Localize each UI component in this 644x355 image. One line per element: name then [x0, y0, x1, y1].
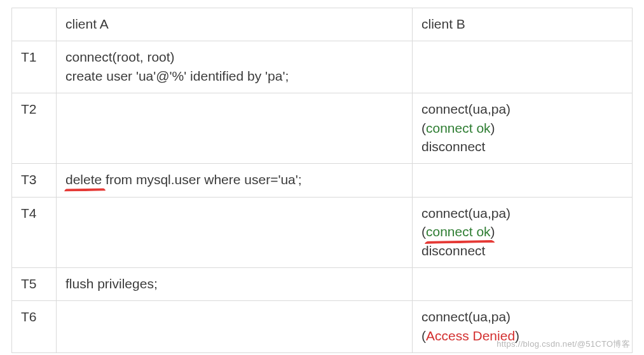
paren: ( — [421, 328, 426, 343]
table-row: T2 connect(ua,pa) (connect ok) disconnec… — [12, 93, 633, 164]
clientB-cell — [413, 41, 633, 93]
status-access-denied: Access Denied — [426, 328, 515, 343]
sql-text: create user 'ua'@'%' identified by 'pa'; — [65, 69, 289, 83]
highlight-delete: delete — [65, 170, 102, 189]
paren: ) — [491, 224, 495, 239]
sql-text: connect(ua,pa) — [421, 102, 510, 116]
clientB-cell: connect(ua,pa) (connect ok) disconnect — [413, 93, 633, 164]
sql-text: connect(ua,pa) — [421, 206, 510, 220]
paren: ( — [421, 224, 426, 239]
clientA-cell: flush privileges; — [57, 267, 413, 300]
paren: ) — [491, 121, 495, 135]
table-row: T6 connect(ua,pa) (Access Denied) — [12, 301, 633, 353]
sql-text: from mysql.user where user='ua'; — [102, 172, 301, 187]
clientA-cell — [57, 197, 413, 267]
sql-session-table: client A client B T1 connect(root, root)… — [11, 8, 633, 353]
sql-text: connect(root, root) — [65, 50, 175, 64]
col-step-header — [12, 8, 57, 41]
table-header-row: client A client B — [12, 8, 633, 41]
status-connect-ok: connect ok — [426, 121, 491, 135]
clientA-cell — [57, 93, 413, 164]
clientB-cell — [413, 267, 633, 300]
paren: ) — [515, 328, 519, 343]
clientA-cell: connect(root, root) create user 'ua'@'%'… — [57, 41, 413, 93]
table-row: T4 connect(ua,pa) (connect ok) disconnec… — [12, 197, 633, 267]
clientA-cell — [57, 301, 413, 353]
col-clientA-header: client A — [57, 8, 413, 41]
step-label: T2 — [12, 93, 57, 164]
step-label: T5 — [12, 267, 57, 300]
col-clientB-header: client B — [413, 8, 633, 41]
table-row: T5 flush privileges; — [12, 267, 633, 300]
step-label: T3 — [12, 164, 57, 197]
status-connect-ok-highlighted: connect ok — [426, 222, 491, 241]
clientB-cell — [413, 164, 633, 197]
sql-text: connect(ua,pa) — [421, 309, 510, 324]
table-row: T1 connect(root, root) create user 'ua'@… — [12, 41, 633, 93]
paren: ( — [421, 121, 426, 135]
step-label: T1 — [12, 41, 57, 93]
table-row: T3 delete from mysql.user where user='ua… — [12, 164, 633, 197]
step-label: T4 — [12, 197, 57, 267]
clientB-cell: connect(ua,pa) (Access Denied) — [413, 301, 633, 353]
sql-text: disconnect — [421, 243, 485, 258]
step-label: T6 — [12, 301, 57, 353]
clientB-cell: connect(ua,pa) (connect ok) disconnect — [413, 197, 633, 267]
sql-text: disconnect — [421, 139, 485, 154]
clientA-cell: delete from mysql.user where user='ua'; — [57, 164, 413, 197]
